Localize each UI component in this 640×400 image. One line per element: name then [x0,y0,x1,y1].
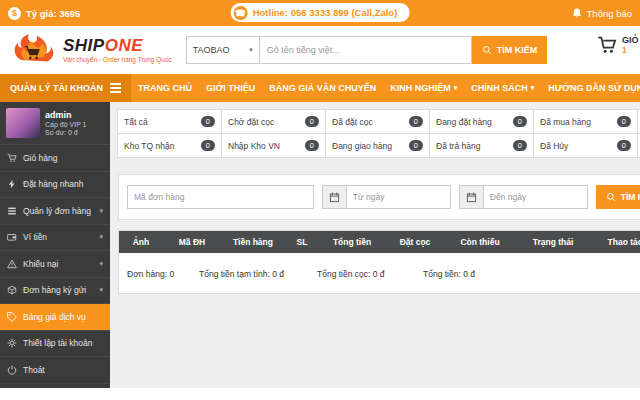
orders-summary-row: Đơn hàng: 0 Tổng tiền tạm tính: 0 đ Tổng… [119,253,640,293]
product-search-button[interactable]: TÌM KIẾM [472,36,548,64]
sidebar-item-service-prices[interactable]: Bảng giá dịch vụ [0,304,110,331]
cart-count: 1 [622,45,640,55]
notifications-button[interactable]: Thông báo [571,7,632,19]
product-search-bar: TAOBAO ▾ TÌM KIẾM [186,36,548,64]
status-tab-delivering[interactable]: Đang giao hàng0 [325,133,430,158]
product-search-button-label: TÌM KIẾM [497,45,538,55]
user-level: Cấp độ VIP 1 [45,121,87,128]
summary-order-count: Đơn hàng: 0 [127,269,199,279]
column-header-quantity: SL [285,231,319,253]
exchange-rate: $ Tỷ giá: 3695 [8,7,80,20]
chevron-down-icon: ▾ [99,233,103,241]
brand-logo[interactable]: SHIPONE Vận chuyển - Order hàng Trung Qu… [10,33,172,68]
sidebar-item-cart[interactable]: Giỏ hàng [0,145,110,172]
nav-item-about[interactable]: GIỚI THIỆU [199,74,262,102]
nav-item-label: TRANG CHỦ [138,83,192,93]
summary-grand-total: Tổng tiền: 0 đ [423,269,475,279]
sidebar-item-label: Thiết lập tài khoản [23,338,92,348]
status-count-badge: 0 [305,140,319,151]
calendar-icon[interactable] [459,185,483,209]
summary-subtotal: Tổng tiền tạm tính: 0 đ [199,269,317,279]
chevron-down-icon: ▾ [99,286,103,294]
product-search-input[interactable] [260,36,472,64]
column-header-status: Trạng thái [515,231,591,253]
filter-search-button[interactable]: TÌM KIẾM [596,185,640,209]
status-tab-awaiting-deposit[interactable]: Chờ đặt cọc0 [221,109,326,134]
topbar: $ Tỷ giá: 3695 ☎ Hotline: 056 3333 899 (… [0,0,640,26]
price-tag-icon [7,312,17,322]
nav-item-label: BẢNG GIÁ VẬN CHUYỂN [269,83,376,93]
nav-item-label: KINH NGHIỆM [390,83,451,93]
main-panel: Tất cả0 Chờ đặt cọc0 Đã đặt cọc0 Đang đặ… [110,102,640,388]
status-count-badge: 0 [409,116,423,127]
brand-tagline: Vận chuyển - Order hàng Trung Quốc [63,56,172,63]
order-status-tabs: Tất cả0 Chờ đặt cọc0 Đã đặt cọc0 Đang đặ… [118,110,640,158]
sidebar-item-label: Đơn hàng ký gửi [23,285,86,295]
nav-account-menu[interactable]: QUẢN LÝ TÀI KHOẢN [0,74,131,102]
nav-item-label: HƯỚNG DẪN SỬ DỤNG [548,83,640,93]
hotline-label: Hotline: 056 3333 899 (Call,Zalo) [253,7,398,18]
sidebar-item-logout[interactable]: Thoát [0,357,110,384]
status-tab-all[interactable]: Tất cả0 [117,109,222,134]
column-header-order-code: Mã ĐH [163,231,221,253]
nav-account-label: QUẢN LÝ TÀI KHOẢN [10,83,103,93]
status-tab-returned[interactable]: Đã trả hàng0 [429,133,534,158]
status-tab-label: Đã mua hàng [540,117,591,127]
sidebar-item-account-settings[interactable]: Thiết lập tài khoản [0,331,110,358]
search-icon [606,192,616,202]
status-count-badge: 0 [201,140,215,151]
bell-icon [571,7,583,19]
box-icon [7,285,17,295]
hamburger-icon [110,81,121,95]
power-icon [7,365,17,375]
sidebar-item-wallet[interactable]: Ví tiền ▾ [0,225,110,252]
from-date-input[interactable] [346,185,451,209]
nav-item-experience[interactable]: KINH NGHIỆM▾ [383,74,464,102]
brand-name-one: ONE [105,36,143,55]
phone-icon: ☎ [234,6,248,20]
order-code-input[interactable] [127,185,314,209]
hotline-pill: ☎ Hotline: 056 3333 899 (Call,Zalo) [231,3,410,22]
search-source-value: TAOBAO [193,45,230,55]
status-tab-deposited[interactable]: Đã đặt cọc0 [325,109,430,134]
sidebar-item-complaints[interactable]: Khiếu nại ▾ [0,251,110,278]
bolt-icon [7,179,17,189]
status-tab-label: Đã Hủy [540,141,568,151]
sidebar-item-label: Bảng giá dịch vụ [23,312,86,322]
status-tab-purchased[interactable]: Đã mua hàng0 [533,109,638,134]
cart-icon [597,35,617,55]
sidebar-item-label: Quản lý đơn hàng [23,206,91,216]
brand-text: SHIPONE Vận chuyển - Order hàng Trung Qu… [63,37,172,63]
status-tab-vn-warehouse[interactable]: Nhập Kho VN0 [221,133,326,158]
status-tab-ordering[interactable]: Đang đặt hàng0 [429,109,534,134]
status-tab-cancelled[interactable]: Đã Hủy0 [533,133,638,158]
order-filter-bar: TÌM KIẾM [118,174,640,220]
nav-item-label: GIỚI THIỆU [206,83,255,93]
nav-item-policy[interactable]: CHÍNH SÁCH▾ [464,74,541,102]
notifications-label: Thông báo [587,8,632,19]
flame-cart-logo-icon [10,33,60,68]
chevron-down-icon: ▾ [531,84,535,92]
search-source-select[interactable]: TAOBAO ▾ [186,36,260,64]
status-tab-cn-warehouse[interactable]: Kho TQ nhận0 [117,133,222,158]
user-profile: admin Cấp độ VIP 1 Số dư: 0 đ [0,102,110,145]
summary-deposit-total: Tổng tiền cọc: 0 đ [317,269,423,279]
nav-item-home[interactable]: TRANG CHỦ [131,74,199,102]
exchange-rate-label: Tỷ giá: 3695 [26,8,80,19]
column-header-total: Tổng tiền [319,231,385,253]
user-name: admin [45,110,87,120]
column-header-image: Ảnh [119,231,163,253]
sidebar-item-quick-order[interactable]: Đặt hàng nhanh [0,172,110,199]
status-count-badge: 0 [305,116,319,127]
wallet-icon [7,232,17,242]
column-header-remaining: Còn thiếu [445,231,515,253]
header-cart-button[interactable]: GIỎ HÀNG 1 [597,35,640,55]
nav-item-shipping-prices[interactable]: BẢNG GIÁ VẬN CHUYỂN [262,74,383,102]
chevron-down-icon: ▾ [99,207,103,215]
nav-item-user-guide[interactable]: HƯỚNG DẪN SỬ DỤNG [541,74,640,102]
sidebar-item-order-management[interactable]: Quản lý đơn hàng ▾ [0,198,110,225]
status-count-badge: 0 [513,116,527,127]
to-date-input[interactable] [483,185,588,209]
calendar-icon[interactable] [322,185,346,209]
sidebar-item-consignment-orders[interactable]: Đơn hàng ký gửi ▾ [0,278,110,305]
